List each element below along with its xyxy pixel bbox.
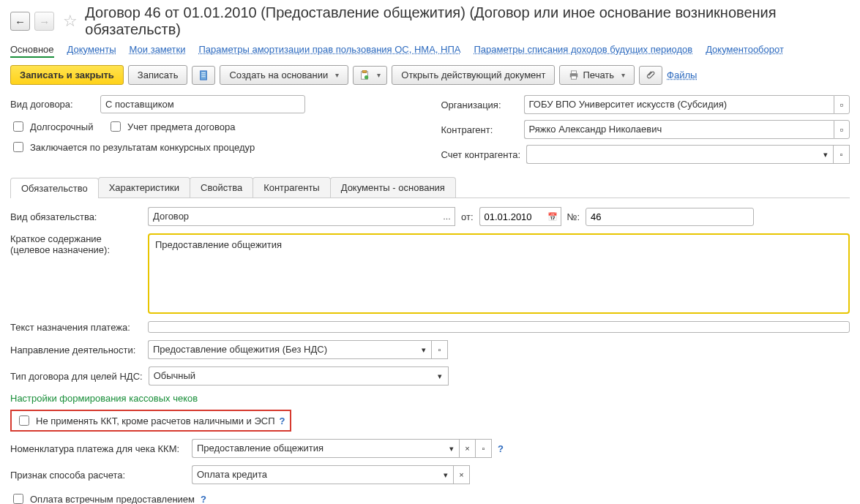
create-based-dropdown[interactable]: Создать на основании: [220, 65, 348, 85]
save-close-button[interactable]: Записать и закрыть: [10, 65, 124, 85]
nav-back-button[interactable]: ←: [10, 12, 30, 31]
contract-type-label: Вид договора:: [10, 99, 94, 110]
counter-payment-checkbox[interactable]: Оплата встречным предоставлением: [10, 492, 195, 504]
payment-text-label: Текст назначения платежа:: [10, 322, 142, 333]
print-label: Печать: [583, 69, 614, 80]
obligation-type-select-icon[interactable]: …: [439, 207, 455, 226]
organization-label: Организация:: [441, 99, 518, 110]
nomenclature-clear-icon[interactable]: ×: [460, 439, 476, 458]
tab-basis-documents[interactable]: Документы - основания: [330, 177, 456, 198]
save-button[interactable]: Записать: [128, 65, 188, 85]
open-current-document-button[interactable]: Открыть действующий документ: [392, 65, 555, 85]
clipboard-icon: [359, 70, 370, 80]
activity-field[interactable]: Предоставление общежития (Без НДС): [148, 340, 416, 359]
calendar-icon[interactable]: [545, 207, 561, 226]
document-icon: [198, 70, 209, 80]
attach-button[interactable]: [639, 66, 662, 85]
payment-method-label: Признак способа расчета:: [10, 470, 186, 481]
navtab-notes[interactable]: Мои заметки: [130, 44, 186, 58]
page-title: Договор 46 от 01.01.2010 (Предоставление…: [85, 4, 850, 38]
vat-type-field[interactable]: Обычный: [149, 366, 433, 385]
subject-accounting-checkbox[interactable]: Учет предмета договора: [108, 119, 236, 134]
payment-method-dropdown-icon[interactable]: ▾: [438, 465, 454, 484]
summary-label: Краткое содержание (целевое назначение):: [10, 233, 142, 255]
account-open-icon[interactable]: ▫: [834, 145, 850, 164]
printer-icon: [569, 70, 579, 80]
toolbar: Записать и закрыть Записать Создать на о…: [10, 65, 850, 85]
print-dropdown[interactable]: Печать: [559, 65, 635, 85]
navtab-amort-params[interactable]: Параметры амортизации прав пользования О…: [199, 44, 461, 58]
long-term-checkbox[interactable]: Долгосрочный: [10, 119, 94, 134]
date-field[interactable]: [479, 207, 545, 226]
post-button[interactable]: [192, 66, 215, 85]
no-kkt-highlight: Не применять ККТ, кроме расчетов наличны…: [10, 410, 291, 432]
account-dropdown-icon[interactable]: ▾: [818, 145, 834, 164]
help-icon[interactable]: ?: [280, 415, 285, 426]
clipboard-dropdown[interactable]: [353, 66, 387, 85]
nav-forward-button: →: [34, 12, 54, 31]
cash-receipt-section-title: Настройки формирования кассовых чеков: [10, 393, 850, 404]
counterparty-label: Контрагент:: [441, 124, 518, 135]
files-link[interactable]: Файлы: [667, 69, 697, 80]
svg-rect-0: [201, 70, 207, 79]
vat-type-label: Тип договора для целей НДС:: [10, 371, 143, 382]
payment-method-field[interactable]: Оплата кредита: [192, 465, 438, 484]
svg-rect-5: [363, 70, 367, 73]
tab-characteristics[interactable]: Характеристики: [98, 177, 190, 198]
obligation-type-field[interactable]: Договор: [148, 207, 439, 226]
summary-textarea[interactable]: Предоставление общежития: [148, 233, 850, 314]
vat-type-dropdown-icon[interactable]: ▾: [433, 366, 449, 385]
number-field[interactable]: [586, 208, 754, 226]
counterparty-account-field[interactable]: [526, 145, 818, 164]
navtab-documents[interactable]: Документы: [67, 44, 116, 58]
no-kkt-checkbox[interactable]: Не применять ККТ, кроме расчетов наличны…: [16, 413, 275, 428]
paperclip-icon: [646, 70, 656, 80]
navtab-main[interactable]: Основное: [10, 44, 54, 58]
payment-text-field[interactable]: [148, 321, 850, 333]
counterparty-open-icon[interactable]: ▫: [834, 120, 850, 139]
tab-strip: Обязательство Характеристики Свойства Ко…: [10, 177, 850, 198]
navbar: Основное Документы Мои заметки Параметры…: [10, 44, 850, 58]
date-label: от:: [461, 211, 474, 222]
number-label: №:: [567, 211, 580, 222]
nomenclature-open-icon[interactable]: ▫: [476, 439, 492, 458]
tender-checkbox[interactable]: Заключается по результатам конкурсных пр…: [10, 140, 255, 154]
svg-point-6: [364, 75, 368, 79]
counterparty-account-label: Счет контрагента:: [441, 149, 521, 160]
organization-field[interactable]: ГОБУ ВПО Университет искусств (Субсидия): [524, 95, 834, 114]
svg-rect-8: [572, 70, 577, 73]
favorite-star-icon[interactable]: ☆: [63, 12, 78, 31]
nomenclature-field[interactable]: Предоставление общежития: [192, 439, 444, 458]
help-icon[interactable]: ?: [201, 494, 206, 505]
activity-label: Направление деятельности:: [10, 345, 142, 356]
obligation-type-label: Вид обязательства:: [10, 211, 142, 222]
counterparty-field[interactable]: Ряжко Александр Николаевич: [524, 120, 834, 139]
tab-obligation[interactable]: Обязательство: [10, 178, 99, 198]
help-icon[interactable]: ?: [498, 443, 504, 454]
svg-rect-9: [572, 75, 577, 78]
tab-counterparties[interactable]: Контрагенты: [253, 177, 331, 198]
organization-open-icon[interactable]: ▫: [834, 95, 850, 114]
activity-open-icon[interactable]: ▫: [432, 340, 448, 359]
navtab-docflow[interactable]: Документооборот: [706, 44, 784, 58]
nomenclature-dropdown-icon[interactable]: ▾: [444, 439, 460, 458]
activity-dropdown-icon[interactable]: ▾: [416, 340, 432, 359]
payment-method-clear-icon[interactable]: ×: [454, 465, 470, 484]
navtab-writeoff-params[interactable]: Параметры списания доходов будущих перио…: [474, 44, 692, 58]
contract-type-field[interactable]: С поставщиком: [100, 95, 305, 113]
nomenclature-label: Номенклатура платежа для чека ККМ:: [10, 443, 186, 454]
tab-properties[interactable]: Свойства: [190, 177, 253, 198]
